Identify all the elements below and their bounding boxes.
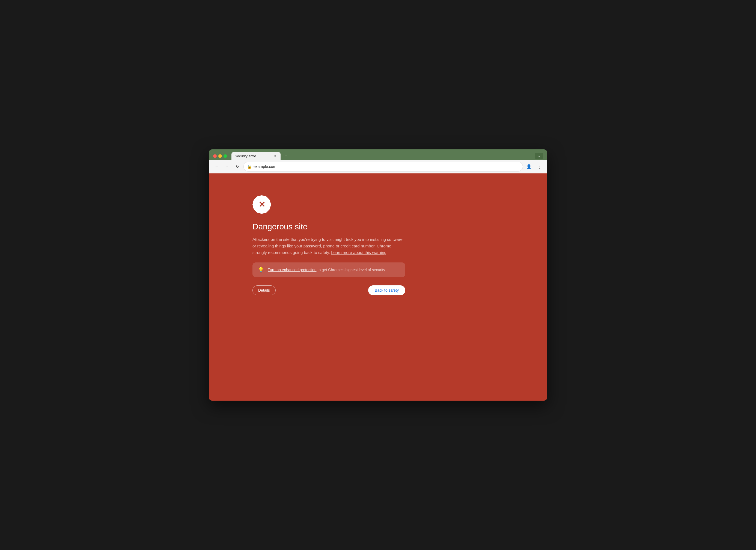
reload-button[interactable]: ↻: [233, 162, 242, 171]
profile-button[interactable]: 👤: [525, 162, 533, 171]
minimize-traffic-light[interactable]: [218, 154, 222, 158]
back-to-safety-button[interactable]: Back to safety: [368, 286, 405, 295]
new-tab-button[interactable]: +: [282, 152, 290, 160]
toolbar: ← → ↻ 🔒 👤 ⋮: [209, 160, 547, 173]
close-traffic-light[interactable]: [213, 154, 217, 158]
error-icon-symbol: ✕: [258, 200, 265, 209]
error-description: Attackers on the site that you're trying…: [252, 236, 405, 256]
details-button[interactable]: Details: [252, 286, 276, 295]
button-row: Details Back to safety: [252, 286, 405, 295]
enhanced-protection-text: Turn on enhanced protection to get Chrom…: [268, 267, 385, 272]
error-title: Dangerous site: [252, 222, 405, 231]
traffic-lights: [213, 154, 227, 158]
active-tab[interactable]: Security error ×: [231, 152, 281, 160]
bulb-icon: 💡: [258, 267, 264, 273]
back-button[interactable]: ←: [213, 162, 221, 171]
enhanced-protection-box: 💡 Turn on enhanced protection to get Chr…: [252, 262, 405, 277]
browser-window: Security error × + ⌄ ← → ↻ 🔒 👤 ⋮ ✕ Dange…: [209, 149, 547, 401]
address-bar[interactable]: [244, 162, 523, 171]
maximize-traffic-light[interactable]: [224, 154, 227, 158]
tab-close-button[interactable]: ×: [273, 154, 277, 158]
tab-row: Security error × + ⌄: [213, 152, 543, 160]
menu-button[interactable]: ⋮: [535, 162, 543, 171]
title-bar: Security error × + ⌄: [209, 149, 547, 160]
tab-title: Security error: [235, 154, 271, 158]
tab-dropdown-button[interactable]: ⌄: [535, 153, 543, 159]
enhanced-protection-link[interactable]: Turn on enhanced protection: [268, 267, 317, 272]
page-content: ✕ Dangerous site Attackers on the site t…: [209, 173, 547, 401]
error-container: ✕ Dangerous site Attackers on the site t…: [252, 195, 405, 295]
forward-button[interactable]: →: [223, 162, 231, 171]
address-bar-wrapper: 🔒: [244, 162, 523, 171]
error-icon: ✕: [252, 195, 271, 214]
learn-more-link[interactable]: Learn more about this warning: [331, 250, 386, 255]
